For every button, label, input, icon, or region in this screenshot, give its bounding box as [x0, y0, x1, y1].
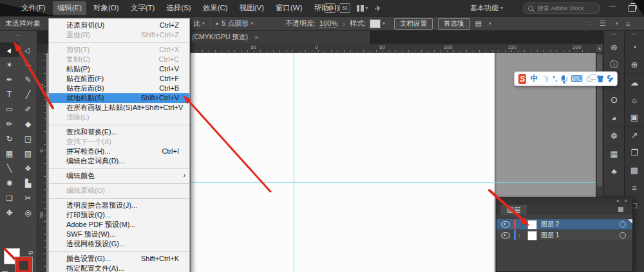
cc-libraries-panel-icon[interactable]: ☁: [625, 73, 644, 91]
menu-item[interactable]: 指定配置文件(A)... ›: [49, 264, 189, 272]
collapse-panel-icon[interactable]: «: [616, 198, 619, 204]
arrange-documents-icon[interactable]: [357, 5, 364, 12]
brushes-panel-icon[interactable]: ❁: [604, 127, 624, 145]
gradient-tool[interactable]: ▨: [19, 146, 37, 161]
expand-caret-icon[interactable]: ›: [518, 232, 524, 239]
menu-item[interactable]: 复制(C) Ctrl+C ›: [49, 55, 189, 64]
menu-object[interactable]: 对象(O): [89, 1, 124, 15]
chevron-down-icon[interactable]: ▾: [366, 5, 368, 11]
info-panel-icon[interactable]: ⓘ: [604, 56, 624, 73]
preferences-button[interactable]: 首选项: [438, 18, 470, 30]
ime-microphone-icon[interactable]: [562, 75, 565, 80]
menu-effect[interactable]: 效果(C): [198, 1, 232, 15]
panel-options-icon[interactable]: [618, 207, 623, 212]
pen-tool[interactable]: ✒: [0, 72, 19, 87]
visibility-eye-icon[interactable]: [501, 232, 510, 239]
pattern-panel-icon[interactable]: ▩: [625, 161, 644, 179]
bridge-button[interactable]: Br: [325, 3, 336, 13]
ime-language-mode[interactable]: 中: [530, 73, 538, 84]
close-panel-icon[interactable]: ×: [624, 198, 627, 204]
ime-settings-wrench-icon[interactable]: [607, 75, 613, 82]
menu-item[interactable]: 编辑自定词典(D)... ›: [49, 156, 189, 166]
chevron-down-icon[interactable]: ▾: [202, 21, 205, 26]
magic-wand-tool[interactable]: ✶: [0, 57, 19, 72]
menu-item[interactable]: 还原剪切(U) Ctrl+Z ›: [49, 21, 189, 30]
libraries-panel-icon[interactable]: ▦: [604, 145, 624, 163]
share-icon[interactable]: ✈: [374, 3, 382, 13]
menu-select[interactable]: 选择(S): [162, 1, 195, 15]
graph-tool[interactable]: ▙: [19, 176, 37, 190]
workspace-switcher[interactable]: 基本功能 ▾: [470, 0, 503, 16]
chevron-down-icon[interactable]: ▾: [489, 21, 491, 26]
eraser-tool[interactable]: ◆: [19, 116, 37, 131]
ime-fullwidth-moon-icon[interactable]: ☽: [540, 73, 551, 84]
layers-tab[interactable]: 图层: [500, 205, 527, 215]
ime-keyboard-icon[interactable]: ⌨: [571, 74, 583, 84]
curvature-tool[interactable]: ✎: [19, 72, 37, 87]
ime-punctuation-icon[interactable]: °,: [553, 75, 557, 82]
menu-edit[interactable]: 编辑(E): [53, 1, 86, 15]
menu-item[interactable]: 贴在前面(F) Ctrl+F ›: [49, 74, 189, 84]
layer-name[interactable]: 图层 1: [541, 231, 620, 240]
layer-row-2[interactable]: 图层 2: [497, 219, 632, 230]
stroke-profile-dropdown[interactable]: 比: [193, 19, 200, 28]
shaper-tool[interactable]: ✏: [0, 116, 19, 131]
type-tool[interactable]: T: [0, 87, 19, 102]
graphic-styles-panel-icon[interactable]: ▣: [625, 109, 644, 126]
dock-gripper[interactable]: ••: [604, 31, 624, 39]
rotate-tool[interactable]: ↻: [0, 131, 19, 146]
menu-item[interactable]: 打印预设(Q)... ›: [49, 210, 189, 220]
menu-type[interactable]: 文字(T): [126, 1, 160, 15]
chevron-down-icon[interactable]: ▾: [251, 21, 253, 26]
asset-export-panel-icon[interactable]: ↗: [625, 126, 644, 144]
menu-item[interactable]: 编辑颜色 ›: [49, 168, 189, 181]
layer-thumbnail[interactable]: [527, 231, 537, 240]
ime-clipboard-icon[interactable]: [587, 76, 594, 82]
rectangle-tool[interactable]: ▭: [0, 102, 19, 116]
panel-list-icon[interactable]: ≡: [626, 20, 630, 28]
stock-button[interactable]: St: [339, 3, 350, 13]
style-swatch[interactable]: [370, 19, 381, 28]
layer-name[interactable]: 图层 2: [541, 220, 620, 229]
zoom-tool[interactable]: ◎: [19, 205, 37, 220]
menu-item[interactable]: SWF 预设(W)... ›: [49, 230, 189, 239]
swap-fill-stroke-icon[interactable]: ⇄: [28, 249, 33, 256]
document-setup-button[interactable]: 文档设置: [394, 18, 433, 30]
visibility-eye-icon[interactable]: [501, 221, 510, 228]
menu-item[interactable]: 剪切(T) Ctrl+X ›: [49, 42, 189, 55]
menu-item[interactable]: 清除(L) ›: [49, 113, 189, 122]
brush-dropdown[interactable]: 5 点圆形: [222, 19, 249, 28]
menu-item[interactable]: 就地粘贴(S) Shift+Ctrl+V ›: [49, 93, 189, 103]
menu-item[interactable]: 重做(R) Shift+Ctrl+Z ›: [49, 30, 189, 40]
direct-selection-tool[interactable]: ▷: [19, 42, 37, 57]
menu-view[interactable]: 视图(V): [235, 1, 269, 15]
menu-item[interactable]: 颜色设置(G)... Shift+Ctrl+K ›: [49, 251, 189, 264]
stock-search[interactable]: [523, 3, 600, 14]
target-circle-icon[interactable]: [620, 232, 626, 239]
symbols-panel-icon[interactable]: ♣: [604, 163, 624, 180]
opacity-expand-icon[interactable]: ›: [343, 20, 345, 28]
opacity-value[interactable]: 100%: [319, 19, 337, 28]
hand-tool[interactable]: ✥: [0, 205, 19, 220]
mesh-tool[interactable]: ▦: [0, 146, 19, 161]
menu-window[interactable]: 窗口(W): [271, 1, 307, 15]
scroll-up-arrow[interactable]: ▲: [596, 44, 603, 53]
symbol-sprayer-tool[interactable]: ✺: [0, 176, 19, 190]
document-info-icon[interactable]: ▤: [475, 19, 482, 28]
paintbrush-tool[interactable]: ✐: [19, 102, 37, 116]
search-input[interactable]: [536, 5, 591, 12]
selection-tool[interactable]: ►: [0, 42, 19, 57]
minimize-button[interactable]: —: [609, 1, 616, 9]
target-circle-icon[interactable]: [620, 221, 626, 228]
chevron-down-icon[interactable]: ▾: [383, 21, 385, 26]
chevron-down-icon[interactable]: ▾: [616, 21, 618, 26]
menu-item[interactable]: 查找和替换(E)... ›: [49, 125, 189, 137]
menu-item[interactable]: 拼写检查(H)... Ctrl+I ›: [49, 147, 189, 156]
menu-item[interactable]: 在所有画板上粘贴(S) Alt+Shift+Ctrl+V ›: [49, 103, 189, 113]
menu-item[interactable]: 查找下一个(X) ›: [49, 137, 189, 147]
artboard-tool[interactable]: ❏: [0, 190, 19, 205]
menu-item[interactable]: 编辑原稿(O) ›: [49, 183, 189, 195]
tools-panel-gripper[interactable]: ••: [0, 31, 37, 40]
gradient-panel-icon[interactable]: ◔: [625, 39, 644, 56]
align-icon[interactable]: ☰: [600, 19, 606, 28]
